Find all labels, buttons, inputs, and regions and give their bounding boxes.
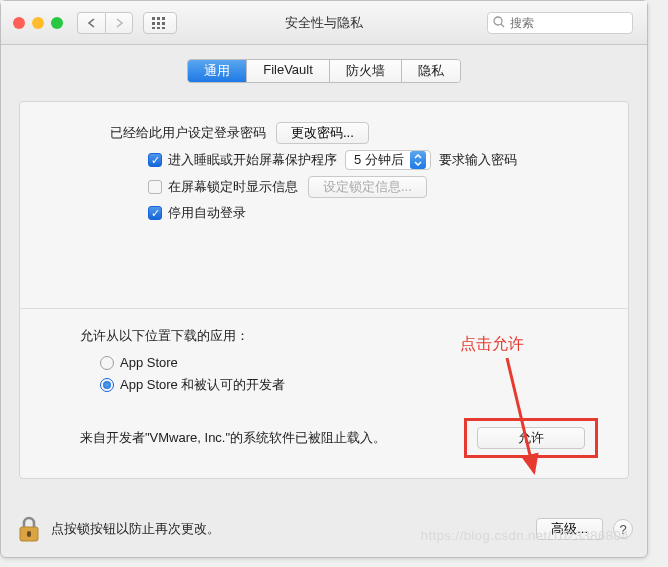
content: 通用 FileVault 防火墙 隐私 已经给此用户设定登录密码 更改密码...… xyxy=(1,59,647,479)
annotation-arrow-icon xyxy=(462,352,562,502)
disable-autologin-checkbox[interactable]: ✓ xyxy=(148,206,162,220)
maximize-icon[interactable] xyxy=(51,17,63,29)
set-lock-message-button[interactable]: 设定锁定信息... xyxy=(308,176,427,198)
svg-rect-13 xyxy=(27,531,31,537)
minimize-icon[interactable] xyxy=(32,17,44,29)
tab-general[interactable]: 通用 xyxy=(188,60,247,82)
svg-line-10 xyxy=(501,24,504,27)
close-icon[interactable] xyxy=(13,17,25,29)
lock-message-label: 在屏幕锁定时显示信息 xyxy=(168,178,298,196)
prefs-window: 安全性与隐私 通用 FileVault 防火墙 隐私 已经给此用户设定登录密码 … xyxy=(0,0,648,558)
svg-rect-2 xyxy=(162,17,165,20)
tabs: 通用 FileVault 防火墙 隐私 xyxy=(1,59,647,83)
footer: 点按锁按钮以防止再次更改。 高级... ? xyxy=(1,501,647,557)
svg-rect-8 xyxy=(162,27,165,29)
search-icon xyxy=(493,16,505,31)
general-panel: 已经给此用户设定登录密码 更改密码... ✓ 进入睡眠或开始屏幕保护程序 5 分… xyxy=(19,101,629,479)
nav-group xyxy=(77,12,133,34)
forward-button[interactable] xyxy=(105,12,133,34)
require-password-checkbox[interactable]: ✓ xyxy=(148,153,162,167)
password-intro-label: 已经给此用户设定登录密码 xyxy=(110,124,266,142)
tab-privacy[interactable]: 隐私 xyxy=(402,60,460,82)
search-input[interactable] xyxy=(487,12,633,34)
svg-rect-5 xyxy=(162,22,165,25)
sleep-prefix-label: 进入睡眠或开始屏幕保护程序 xyxy=(168,151,337,169)
show-all-button[interactable] xyxy=(143,12,177,34)
back-button[interactable] xyxy=(77,12,105,34)
svg-rect-3 xyxy=(152,22,155,25)
chevron-updown-icon xyxy=(410,151,426,169)
lock-message-checkbox[interactable] xyxy=(148,180,162,194)
tab-firewall[interactable]: 防火墙 xyxy=(330,60,402,82)
footer-lock-text: 点按锁按钮以防止再次更改。 xyxy=(51,520,220,538)
svg-rect-1 xyxy=(157,17,160,20)
svg-rect-6 xyxy=(152,27,155,29)
svg-rect-4 xyxy=(157,22,160,25)
sleep-suffix-label: 要求输入密码 xyxy=(439,151,517,169)
titlebar: 安全性与隐私 xyxy=(1,1,647,45)
delay-value: 5 分钟后 xyxy=(354,151,404,169)
svg-rect-7 xyxy=(157,27,160,29)
advanced-button[interactable]: 高级... xyxy=(536,518,603,540)
svg-rect-0 xyxy=(152,17,155,20)
disable-autologin-label: 停用自动登录 xyxy=(168,204,246,222)
help-button[interactable]: ? xyxy=(613,519,633,539)
lock-icon[interactable] xyxy=(15,514,43,544)
svg-line-11 xyxy=(507,358,534,472)
source-identified-label: App Store 和被认可的开发者 xyxy=(120,376,285,394)
delay-popup[interactable]: 5 分钟后 xyxy=(345,150,431,170)
svg-point-9 xyxy=(494,17,502,25)
source-appstore-label: App Store xyxy=(120,355,178,370)
change-password-button[interactable]: 更改密码... xyxy=(276,122,369,144)
source-appstore-radio[interactable] xyxy=(100,356,114,370)
source-identified-radio[interactable] xyxy=(100,378,114,392)
tab-filevault[interactable]: FileVault xyxy=(247,60,330,82)
traffic-lights xyxy=(1,17,63,29)
blocked-software-text: 来自开发者"VMware, Inc."的系统软件已被阻止载入。 xyxy=(80,429,386,447)
